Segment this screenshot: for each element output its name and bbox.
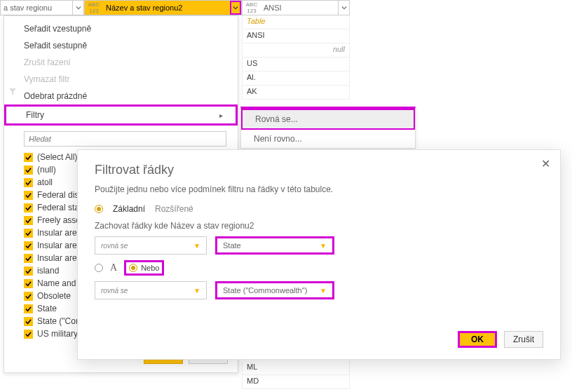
column-dropdown-button[interactable] [72, 1, 83, 15]
caret-down-icon: ▼ [193, 287, 200, 295]
checkbox-icon[interactable] [24, 254, 33, 263]
filter-checkbox-row[interactable]: State ("Commonwealth") [24, 315, 80, 327]
column-type-badge: ABC 123 [243, 1, 261, 14]
checkbox-label: Insular area 2 [37, 241, 80, 250]
checkbox-label: State [37, 304, 57, 313]
data-cell[interactable]: ML [242, 361, 350, 375]
caret-down-icon: ▼ [320, 242, 327, 250]
checkbox-icon[interactable] [24, 178, 33, 187]
value-text: State ("Commonwealth") [223, 286, 307, 295]
data-cell[interactable]: AK [242, 86, 350, 100]
condition-row-1: rovná se ▼ State ▼ [95, 236, 543, 255]
and-or-switch: A Nebo [95, 260, 543, 276]
filter-checkbox-row[interactable]: Freely associated [24, 214, 80, 227]
not-equals-filter-item[interactable]: Není rovno... [241, 130, 415, 148]
filter-checkbox-row[interactable]: Federal district [24, 189, 80, 201]
checkbox-label: Obsolete [37, 291, 71, 301]
filters-label: Filtry [26, 110, 44, 120]
filter-checkbox-row[interactable]: Insular area 3 [24, 252, 80, 264]
column-header-region2[interactable]: ABC 123 Název a stav regionu2 [84, 0, 242, 15]
caret-down-icon [233, 5, 238, 11]
column-header-ansi[interactable]: ABC 123 ANSI [242, 0, 350, 15]
operator-select-2[interactable]: rovná se ▼ [95, 281, 207, 299]
filter-checkbox-row[interactable]: US military [24, 327, 80, 340]
operator-value: rovná se [101, 287, 128, 295]
close-icon[interactable]: ✕ [541, 157, 550, 170]
checkbox-label: US military [37, 329, 78, 339]
column-dropdown-button[interactable] [338, 1, 349, 15]
checkbox-icon[interactable] [24, 266, 33, 276]
filter-checkbox-row[interactable]: Name and status [24, 277, 80, 290]
basic-mode-radio[interactable] [95, 205, 103, 213]
caret-down-icon: ▼ [193, 242, 200, 250]
remove-empty-item[interactable]: Odebrat prázdné [4, 88, 238, 104]
filter-checkbox-row[interactable]: atoll [24, 176, 80, 189]
equals-filter-item[interactable]: Rovná se... [241, 109, 415, 130]
column-type-badge: ABC 123 [85, 1, 103, 14]
filter-checkbox-row[interactable]: Insular area 2 [24, 239, 80, 252]
sort-descending-item[interactable]: Seřadit sestupně [4, 37, 238, 54]
checkbox-icon[interactable] [24, 279, 33, 288]
checkbox-icon[interactable] [24, 203, 33, 212]
column-dropdown-button[interactable] [230, 1, 241, 15]
column-label: Název a stav regionu2 [103, 4, 230, 12]
column-label: ANSI [261, 4, 338, 12]
advanced-mode-label[interactable]: Rozšířené [155, 204, 193, 214]
checkbox-label: (null) [37, 165, 56, 175]
condition-row-2: rovná se ▼ State ("Commonwealth") ▼ [95, 281, 543, 299]
data-cell-null[interactable]: null [242, 43, 350, 58]
data-cell[interactable]: ANSI [242, 29, 350, 43]
and-radio[interactable] [95, 264, 103, 272]
or-radio[interactable] [129, 264, 137, 272]
sort-ascending-item[interactable]: Seřadit vzestupně [4, 20, 238, 37]
search-box-wrap [24, 131, 226, 147]
dialog-ok-button[interactable]: OK [458, 331, 497, 348]
clear-sort-item[interactable]: Zrušit řazení [4, 54, 238, 71]
search-input[interactable] [24, 131, 226, 147]
filter-checkbox-row[interactable]: State [24, 302, 80, 315]
caret-down-icon: ▼ [320, 287, 327, 295]
filter-checkbox-row[interactable]: island [24, 264, 80, 277]
keep-rows-label: Zachovat řádky kde Název a stav regionu2 [95, 221, 543, 231]
checkbox-label: Name and status [37, 278, 80, 288]
checkbox-icon[interactable] [24, 216, 33, 225]
data-cell[interactable]: MD [242, 375, 350, 389]
checkbox-icon[interactable] [24, 317, 33, 326]
checkbox-icon[interactable] [24, 229, 33, 238]
data-cell[interactable]: US [242, 58, 350, 72]
operator-select-1[interactable]: rovná se ▼ [95, 236, 207, 255]
or-radio-wrap[interactable]: Nebo [124, 260, 164, 276]
checkbox-icon[interactable] [24, 330, 33, 339]
checkbox-icon[interactable] [24, 292, 33, 301]
column-header-region[interactable]: a stav regionu [0, 0, 84, 15]
filter-checkbox-row[interactable]: (Select All) [24, 151, 80, 163]
filter-checkbox-row[interactable]: (null) [24, 163, 80, 176]
operator-value: rovná se [101, 242, 128, 250]
value-select-1[interactable]: State ▼ [215, 236, 334, 255]
filter-checkbox-row[interactable]: Federal state [24, 201, 80, 214]
checkbox-icon[interactable] [24, 304, 33, 313]
or-label: Nebo [141, 264, 159, 272]
value-text: State [223, 241, 241, 250]
basic-mode-label: Základní [113, 204, 145, 214]
filter-checkbox-row[interactable]: Insular area [24, 227, 80, 239]
dialog-buttons: OK Zrušit [458, 331, 543, 348]
data-cell[interactable]: Al. [242, 72, 350, 86]
dialog-mode-switch: Základní Rozšířené [95, 204, 543, 214]
checkbox-label: State ("Commonwealth") [37, 316, 80, 326]
chevron-right-icon: ▸ [219, 111, 223, 119]
data-cell[interactable]: Table [242, 15, 350, 29]
filter-checkbox-row[interactable]: Obsolete [24, 290, 80, 302]
checkbox-icon[interactable] [24, 241, 33, 250]
checkbox-icon[interactable] [24, 153, 33, 162]
ansi-column-data: Table ANSI null US Al. AK [242, 15, 350, 100]
checkbox-label: Federal state [37, 203, 80, 212]
dialog-cancel-button[interactable]: Zrušit [504, 331, 543, 348]
value-select-2[interactable]: State ("Commonwealth") ▼ [215, 281, 334, 299]
column-label: a stav regionu [1, 4, 72, 12]
filter-rows-dialog: ✕ Filtrovat řádky Použijte jednu nebo ví… [77, 149, 561, 360]
filters-submenu-item[interactable]: Filtry ▸ [4, 104, 238, 126]
checkbox-icon[interactable] [24, 191, 33, 200]
clear-filter-item[interactable]: Vymazat filtr [4, 71, 238, 88]
checkbox-icon[interactable] [24, 165, 33, 175]
